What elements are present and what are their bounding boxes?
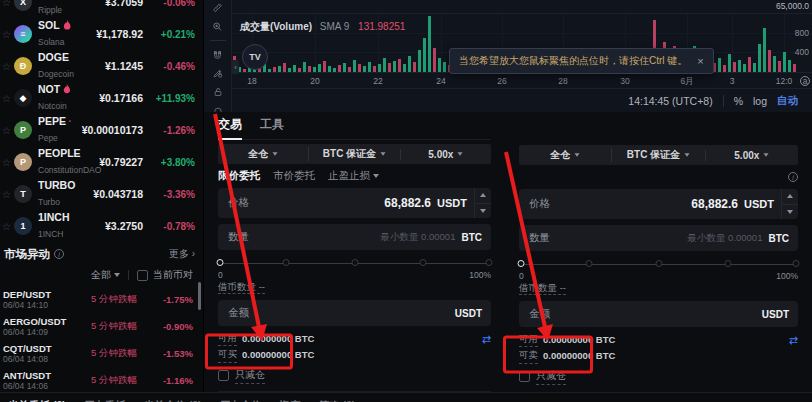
transfer-icon[interactable]: ⇄ [789, 333, 798, 347]
reduce-only-row[interactable]: 只减仓 [218, 368, 491, 384]
amount-input[interactable]: 金额 USDT [519, 301, 798, 327]
log-scale-toggle[interactable]: log [753, 95, 767, 107]
slider-tick[interactable] [793, 260, 800, 267]
coin-symbol: NOT [38, 83, 71, 95]
coin-row[interactable]: ☆ ≡ SOL Solana ¥1,178.92 +0.21% [0, 18, 203, 50]
favorite-star-icon[interactable]: ☆ [2, 29, 14, 40]
margin-mode-select[interactable]: 全仓 [519, 148, 611, 162]
coin-row[interactable]: ☆ Ð DOGE Dogecoin ¥1.1245 -0.46% [0, 50, 203, 82]
price-value[interactable]: 68,882.6 [384, 196, 431, 210]
mover-row[interactable]: AERGO/USDT 06/04 14:09 5 分钟跌幅 -0.90% [0, 313, 203, 340]
chevron-down-icon [114, 273, 120, 277]
collateral-select[interactable]: BTC 保证金 [308, 147, 399, 161]
axis-settings-icon[interactable]: a [800, 76, 810, 86]
quantity-input[interactable]: 数量 最小数量 0.00001 BTC [519, 225, 798, 251]
coin-change: -3.36% [143, 189, 195, 200]
measure-icon[interactable] [210, 3, 225, 13]
leverage-select[interactable]: 5.00x [400, 149, 491, 160]
quantity-input[interactable]: 数量 最小数量 0.00001 BTC [218, 224, 491, 250]
collateral-select[interactable]: BTC 保证金 [611, 148, 704, 162]
price-value[interactable]: 68,882.6 [691, 197, 738, 211]
coin-row[interactable]: ☆ P PEPE Pepe ¥0.00010173 -1.26% [0, 114, 203, 146]
mover-row[interactable]: ANT/USDT 06/04 14:06 5 分钟跌幅 -1.16% [0, 367, 203, 394]
coin-row[interactable]: ☆ 1 1INCH 1INCH ¥3.2750 -0.78% [0, 210, 203, 242]
slider-tick[interactable] [351, 259, 358, 266]
quantity-slider[interactable] [519, 260, 798, 268]
coin-price: ¥0.00010173 [71, 124, 143, 136]
zoom-in-icon[interactable] [210, 22, 225, 32]
time-axis[interactable]: a 182022242628306月312:0 [232, 72, 812, 88]
info-icon[interactable]: i [54, 249, 64, 259]
more-link[interactable]: 更多 › [169, 247, 195, 261]
slider-tick[interactable] [585, 260, 592, 267]
coin-row[interactable]: ☆ T TURBO Turbo ¥0.043718 -3.36% [0, 178, 203, 210]
price-input[interactable]: 价格 68,882.6 USDT [519, 189, 798, 219]
borrow-amount-label: 借币数量 -- [519, 282, 798, 295]
favorite-star-icon[interactable]: ☆ [2, 0, 14, 8]
auto-scale-toggle[interactable]: 自动 [777, 94, 798, 108]
amount-input[interactable]: 金额 USDT [218, 300, 491, 326]
quantity-slider[interactable] [218, 259, 491, 267]
available-row: 可用 0.00000000 BTC ⇄ [218, 332, 491, 346]
step-down-button[interactable] [782, 204, 798, 220]
reduce-only-row[interactable]: 只减仓 [519, 369, 798, 385]
favorite-star-icon[interactable]: ☆ [2, 125, 14, 136]
tab-trade[interactable]: 交易 [218, 116, 242, 133]
unlock-icon[interactable] [211, 87, 225, 97]
slider-handle[interactable] [518, 260, 525, 267]
step-up-button[interactable] [782, 189, 798, 204]
slider-tick[interactable] [655, 260, 662, 267]
trade-panel: 交易 工具 全仓 BTC 保证金 5.00x 限价委托 市价委托 止盈止损 价格… [204, 112, 812, 392]
tab-tpsl-order[interactable]: 止盈止损 [328, 169, 379, 183]
coin-row[interactable]: ☆ ◆ NOT Notcoin ¥0.17166 +11.93% [0, 82, 203, 114]
filter-all-dropdown[interactable]: 全部 [91, 268, 120, 282]
coin-price: ¥3.2750 [71, 220, 143, 232]
current-pair-filter[interactable]: 当前币对 [137, 268, 193, 282]
info-icon[interactable]: i [788, 172, 798, 182]
reduce-only-checkbox[interactable] [218, 370, 229, 381]
slider-tick[interactable] [419, 259, 426, 266]
coin-row[interactable]: ☆ X XRP Ripple ¥3.7059 -0.06% [0, 0, 203, 18]
scrollbar-thumb[interactable] [198, 282, 201, 310]
chart-statusbar: 14:14:45 (UTC+8) % log 自动 [232, 88, 812, 112]
close-icon[interactable]: × [697, 55, 703, 67]
leverage-select[interactable]: 5.00x [705, 150, 798, 161]
tab-market-order[interactable]: 市价委托 [273, 169, 315, 183]
transfer-icon[interactable]: ⇄ [482, 332, 491, 346]
tab-limit-order[interactable]: 限价委托 [218, 169, 260, 183]
coin-icon: X [14, 0, 32, 11]
mover-row[interactable]: DEP/USDT 06/04 14:10 5 分钟跌幅 -1.75% [0, 286, 203, 313]
slider-labels: 0100% [218, 270, 491, 280]
magnet-icon[interactable] [210, 50, 225, 60]
favorite-star-icon[interactable]: ☆ [2, 189, 14, 200]
step-up-button[interactable] [475, 188, 491, 203]
time-tick: 28 [558, 76, 567, 86]
favorite-star-icon[interactable]: ☆ [2, 221, 14, 232]
slider-handle[interactable] [217, 259, 224, 266]
favorite-star-icon[interactable]: ☆ [2, 61, 14, 72]
coin-icon: P [14, 153, 32, 171]
reduce-only-checkbox[interactable] [519, 371, 530, 382]
slider-tick[interactable] [283, 259, 290, 266]
price-stepper [781, 189, 798, 219]
chevron-down-icon [764, 153, 769, 156]
volume-title: 成交量(Volume) [240, 21, 312, 32]
mover-tag: 5 分钟跌幅 [79, 320, 149, 333]
coin-row[interactable]: ☆ P PEOPLE ConstitutionDAO ¥0.79227 +3.8… [0, 146, 203, 178]
favorite-star-icon[interactable]: ☆ [2, 157, 14, 168]
tradingview-logo[interactable]: TV [242, 44, 268, 70]
chart-area: 65,000.0 800 400 成交量(Volume) SMA 9 131.9… [204, 0, 812, 112]
current-pair-checkbox[interactable] [137, 270, 148, 281]
percent-scale-toggle[interactable]: % [734, 95, 743, 107]
price-input[interactable]: 价格 68,882.6 USDT [218, 188, 491, 218]
draw-lock-icon[interactable] [210, 68, 225, 78]
mover-row[interactable]: CQT/USDT 06/04 14:08 5 分钟跌幅 -1.53% [0, 340, 203, 367]
step-down-button[interactable] [475, 203, 491, 219]
tab-tools[interactable]: 工具 [260, 116, 284, 133]
slider-tick[interactable] [486, 259, 493, 266]
mover-time: 06/04 14:08 [3, 354, 79, 364]
favorite-star-icon[interactable]: ☆ [2, 93, 14, 104]
margin-mode-select[interactable]: 全仓 [218, 147, 308, 161]
slider-tick[interactable] [725, 260, 732, 267]
toolbar-collapse-handle[interactable]: ‹ [232, 60, 239, 74]
